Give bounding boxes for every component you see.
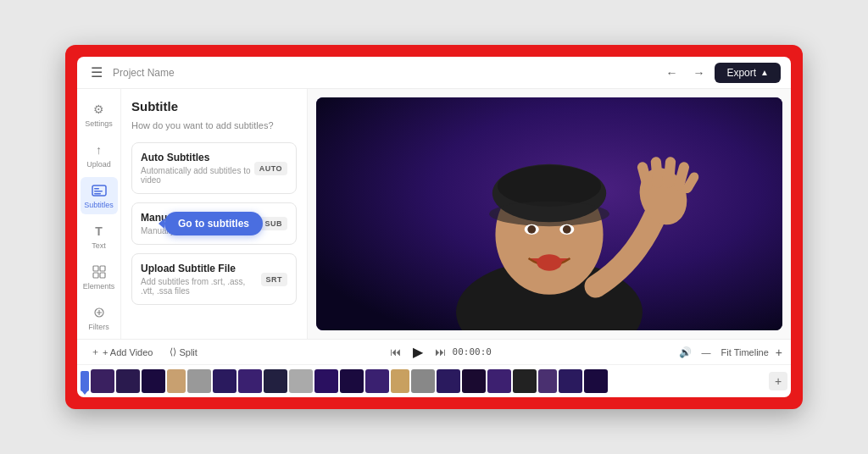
sidebar-label-settings: Settings: [85, 119, 113, 128]
bottom-bar: ＋ + Add Video ⟨⟩ Split ⏮ ▶ ⏭ 00:00:0 🔊 —…: [77, 339, 791, 397]
app-window: ☰ Project Name ← → Export ▲ ⚙ Settings: [77, 57, 791, 397]
upload-subtitle-card[interactable]: Upload Subtitle File Add subtitles from …: [131, 253, 297, 305]
timeline-thumb: [264, 369, 287, 393]
upload-subtitle-title: Upload Subtitle File: [141, 263, 261, 274]
timeline-thumb: [213, 369, 236, 393]
timeline-thumb: [289, 369, 313, 393]
manual-subtitles-card[interactable]: Manual Subtitles Manually add subtitles …: [131, 202, 297, 245]
project-name: Project Name: [113, 67, 660, 79]
go-to-subtitles-tooltip: Go to subtitles: [164, 212, 263, 235]
svg-rect-4: [93, 266, 98, 271]
timeline-playhead: [81, 371, 89, 391]
auto-subtitles-card[interactable]: Auto Subtitles Automatically add subtitl…: [131, 142, 297, 194]
export-arrow-icon: ▲: [760, 68, 769, 77]
svg-rect-6: [93, 273, 98, 278]
zoom-in-button[interactable]: +: [776, 346, 782, 359]
sub-badge: SUB: [259, 217, 287, 230]
timeline-thumb: [142, 369, 165, 393]
play-button[interactable]: ▶: [408, 344, 428, 360]
timeline-thumb: [584, 369, 608, 393]
sidebar-item-settings[interactable]: ⚙ Settings: [81, 96, 118, 133]
volume-button[interactable]: 🔊: [679, 346, 692, 358]
video-player: [316, 97, 782, 330]
sidebar-item-subtitles[interactable]: Subtitles: [81, 177, 118, 214]
timeline-thumb: [91, 369, 114, 393]
dash-separator: —: [702, 347, 711, 357]
timeline-thumb: [187, 369, 211, 393]
svg-rect-5: [100, 266, 105, 271]
auto-badge: AUTO: [254, 162, 287, 175]
auto-subtitle-desc: Automatically add subtitles to video: [141, 166, 254, 185]
redo-button[interactable]: →: [687, 63, 709, 83]
main-content: ⚙ Settings ↑ Upload: [77, 89, 791, 339]
top-bar: ☰ Project Name ← → Export ▲: [77, 57, 791, 89]
sidebar-label-filters: Filters: [88, 323, 109, 331]
svg-point-19: [563, 225, 571, 234]
sidebar-item-text[interactable]: T Text: [81, 218, 118, 255]
add-video-icon: ＋: [91, 346, 100, 358]
subtitle-panel: Subtitle How do you want to add subtitle…: [121, 89, 308, 339]
timeline-thumb: [116, 369, 140, 393]
skip-back-button[interactable]: ⏮: [390, 346, 401, 358]
video-area: [308, 89, 791, 339]
svg-point-14: [498, 165, 601, 207]
subtitles-icon: [91, 182, 108, 199]
split-button[interactable]: ⟨⟩ Split: [164, 344, 202, 360]
svg-point-15: [489, 202, 609, 226]
timeline-thumb: [365, 369, 389, 393]
srt-badge: SRT: [261, 273, 288, 286]
undo-button[interactable]: ←: [660, 63, 682, 83]
sidebar-item-filters[interactable]: Filters: [81, 299, 118, 336]
timeline-thumb: [411, 369, 435, 393]
top-actions: ← → Export ▲: [660, 63, 781, 83]
split-icon: ⟨⟩: [170, 346, 176, 357]
panel-subtitle: How do you want to add subtitles?: [131, 120, 297, 130]
sidebar-label-text: Text: [92, 241, 106, 250]
timeline-thumb: [437, 369, 460, 393]
svg-rect-3: [94, 193, 101, 195]
panel-title: Subtitle: [131, 99, 297, 114]
sidebar-label-subtitles: Subtitles: [84, 201, 114, 209]
video-background: [316, 97, 782, 330]
export-button[interactable]: Export ▲: [715, 63, 781, 83]
timeline-thumb: [559, 369, 582, 393]
svg-rect-7: [100, 273, 105, 278]
sidebar-item-elements[interactable]: Elements: [81, 258, 118, 296]
sidebar-icons: ⚙ Settings ↑ Upload: [77, 89, 121, 339]
person-video: [316, 97, 782, 330]
timeline-row: +: [77, 365, 791, 397]
timeline-thumb: [462, 369, 486, 393]
controls-row: ＋ + Add Video ⟨⟩ Split ⏮ ▶ ⏭ 00:00:0 🔊 —…: [77, 340, 791, 365]
sidebar-label-upload: Upload: [86, 160, 111, 169]
svg-point-17: [527, 225, 536, 234]
outer-frame: ☰ Project Name ← → Export ▲ ⚙ Settings: [65, 45, 803, 409]
add-video-button[interactable]: ＋ + Add Video: [86, 343, 158, 361]
timeline-thumb: [238, 369, 262, 393]
svg-point-20: [537, 254, 561, 271]
sidebar-label-elements: Elements: [83, 282, 115, 291]
upload-icon: ↑: [91, 141, 108, 158]
filters-icon: [91, 304, 108, 321]
svg-rect-1: [94, 188, 99, 190]
text-icon: T: [91, 223, 108, 240]
timeline-thumb: [391, 369, 409, 393]
timeline-thumb: [340, 369, 364, 393]
elements-icon: [91, 263, 108, 280]
upload-subtitle-desc: Add subtitles from .srt, .ass, .vtt, .ss…: [141, 277, 261, 296]
timeline-thumb: [538, 369, 557, 393]
timeline-thumb: [167, 369, 186, 393]
timeline-thumbnails: [91, 369, 767, 393]
timeline-thumb: [314, 369, 338, 393]
svg-rect-2: [94, 191, 103, 192]
time-display: 00:00:0: [453, 346, 492, 357]
gear-icon: ⚙: [91, 101, 108, 118]
add-clip-button[interactable]: +: [769, 372, 787, 390]
auto-subtitle-title: Auto Subtitles: [141, 152, 254, 163]
skip-forward-button[interactable]: ⏭: [435, 346, 446, 358]
timeline-thumb: [487, 369, 511, 393]
sidebar-item-upload[interactable]: ↑ Upload: [81, 136, 118, 174]
menu-button[interactable]: ☰: [87, 64, 106, 80]
fit-timeline-label: Fit Timeline: [721, 347, 769, 357]
timeline-thumb: [513, 369, 537, 393]
